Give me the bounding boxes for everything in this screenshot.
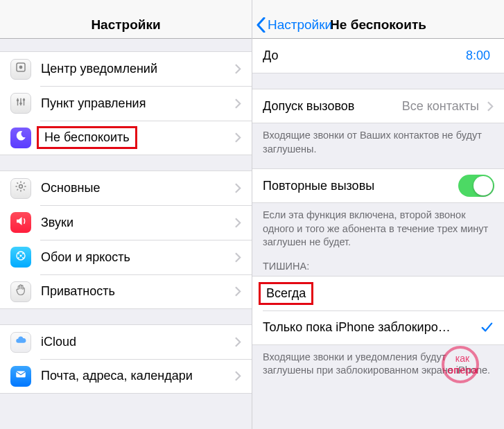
cell-silence-locked[interactable]: Только пока iPhone заблокиро…	[252, 310, 504, 345]
settings-group-1: Центр уведомлений Пункт управления Не бе…	[0, 51, 252, 155]
chevron-right-icon	[231, 286, 245, 297]
cell-icloud[interactable]: iCloud	[0, 324, 252, 359]
cell-label: Пункт управления	[41, 96, 231, 111]
cell-label: Почта, адреса, календари	[41, 369, 231, 383]
svg-point-1	[19, 66, 23, 69]
notifications-icon	[10, 59, 31, 80]
svg-point-12	[22, 253, 24, 254]
allow-calls-label: Допуск вызовов	[263, 99, 402, 114]
dnd-detail-pane: Настройки Не беспокоить До 8:00 Допуск в…	[252, 0, 504, 429]
svg-point-8	[19, 185, 23, 189]
svg-point-11	[18, 253, 19, 254]
cell-label: iCloud	[41, 335, 231, 349]
chevron-right-icon	[231, 252, 245, 263]
schedule-to-value: 8:00	[466, 49, 490, 63]
page-title-left: Настройки	[91, 17, 160, 33]
chevron-right-icon	[231, 64, 245, 74]
moon-icon	[10, 128, 31, 148]
silence-header: ТИШИНА:	[252, 249, 504, 276]
wallpaper-icon	[10, 247, 31, 268]
chevron-right-icon	[231, 183, 245, 193]
page-title-right: Не беспокоить	[330, 17, 426, 33]
allow-calls-value: Все контакты	[402, 99, 479, 114]
settings-group-2: Основные Звуки Обои и яркость	[0, 170, 252, 309]
cell-privacy[interactable]: Приватность	[0, 274, 252, 309]
cell-label: Звуки	[41, 216, 231, 230]
control-center-icon	[10, 93, 31, 114]
chevron-right-icon	[231, 98, 245, 109]
cell-do-not-disturb[interactable]: Не беспокоить	[0, 121, 252, 155]
silence-footer: Входящие звонки и уведомления будут загл…	[252, 345, 504, 378]
svg-point-7	[23, 98, 25, 100]
cell-allow-calls[interactable]: Допуск вызовов Все контакты	[252, 89, 504, 123]
allow-calls-group: Допуск вызовов Все контакты	[252, 89, 504, 123]
chevron-right-icon	[231, 337, 245, 347]
svg-point-14	[22, 257, 24, 259]
svg-rect-15	[16, 371, 26, 378]
cell-label-highlighted: Не беспокоить	[37, 126, 137, 149]
svg-point-10	[20, 254, 22, 256]
chevron-right-icon	[231, 218, 245, 228]
svg-point-5	[17, 99, 19, 101]
cell-control-center[interactable]: Пункт управления	[0, 86, 252, 121]
settings-group-3: iCloud Почта, адреса, календари	[0, 324, 252, 394]
silence-always-label: Всегда	[259, 282, 313, 305]
back-button[interactable]: Настройки	[257, 17, 332, 33]
silence-group: Всегда Только пока iPhone заблокиро…	[252, 276, 504, 345]
sounds-icon	[10, 212, 31, 233]
cell-label: Обои и яркость	[41, 250, 231, 265]
repeat-calls-toggle[interactable]	[458, 175, 494, 197]
chevron-left-icon	[257, 17, 266, 33]
cell-schedule-to[interactable]: До 8:00	[252, 39, 504, 73]
svg-point-13	[18, 257, 19, 259]
hand-icon	[10, 281, 31, 302]
svg-point-6	[19, 102, 21, 104]
repeat-calls-footer: Если эта функция включена, второй звонок…	[252, 203, 504, 249]
back-label: Настройки	[268, 17, 332, 33]
cell-wallpaper[interactable]: Обои и яркость	[0, 240, 252, 274]
schedule-group: До 8:00	[252, 39, 504, 73]
checkmark-icon	[480, 321, 496, 333]
navbar-left: Настройки	[0, 0, 252, 39]
cell-general[interactable]: Основные	[0, 170, 252, 205]
settings-main-pane: Настройки Центр уведомлений Пункт управл…	[0, 0, 252, 429]
schedule-to-label: До	[263, 49, 466, 63]
mail-icon	[10, 366, 31, 387]
cell-label: Центр уведомлений	[41, 62, 231, 76]
chevron-right-icon	[483, 101, 497, 112]
cell-mail[interactable]: Почта, адреса, календари	[0, 359, 252, 394]
silence-locked-label: Только пока iPhone заблокиро…	[263, 320, 480, 335]
cell-notifications[interactable]: Центр уведомлений	[0, 51, 252, 86]
cell-silence-always[interactable]: Всегда	[252, 276, 504, 310]
cell-sounds[interactable]: Звуки	[0, 205, 252, 240]
cell-repeat-calls: Повторные вызовы	[252, 168, 504, 203]
cell-label: Основные	[41, 181, 231, 195]
icloud-icon	[10, 332, 31, 353]
chevron-right-icon	[231, 132, 245, 143]
gear-icon	[10, 178, 31, 199]
navbar-right: Настройки Не беспокоить	[252, 0, 504, 39]
allow-calls-footer: Входящие звонки от Ваших контактов не бу…	[252, 123, 504, 156]
chevron-right-icon	[231, 371, 245, 381]
repeat-calls-label: Повторные вызовы	[263, 179, 458, 193]
repeat-calls-group: Повторные вызовы	[252, 168, 504, 203]
cell-label: Приватность	[41, 284, 231, 299]
